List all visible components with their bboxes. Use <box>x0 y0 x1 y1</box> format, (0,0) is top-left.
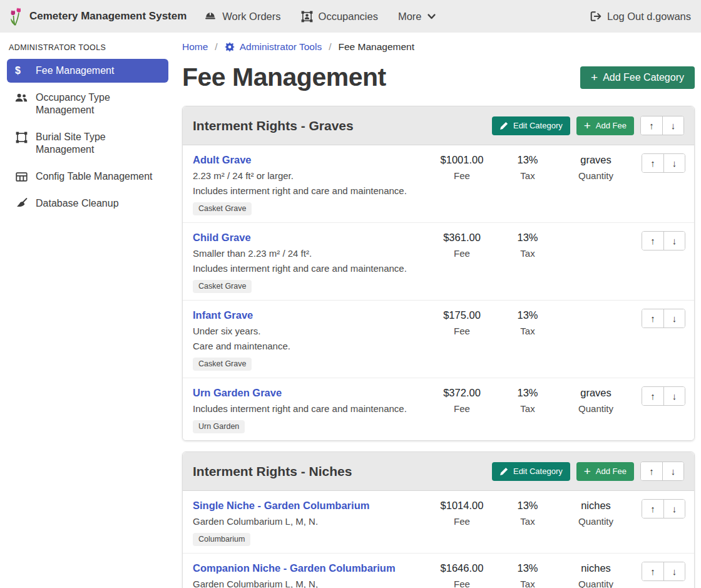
arrow-up-icon: ↑ <box>649 466 654 477</box>
arrow-down-icon: ↓ <box>671 120 676 131</box>
fee-amount-label: Fee <box>427 579 496 588</box>
fee-amount: $372.00 <box>427 386 496 400</box>
fee-name-link[interactable]: Companion Niche - Garden Columbarium <box>193 562 396 575</box>
nav-item-occupancies[interactable]: Occupancies <box>301 11 378 23</box>
fee-row: Companion Niche - Garden Columbarium Gar… <box>183 554 694 588</box>
sidebar-item-fee-management[interactable]: $Fee Management <box>7 59 168 83</box>
move-fee-down-button[interactable]: ↓ <box>663 309 685 328</box>
sidebar-item-config-table-management[interactable]: Config Table Management <box>7 165 168 188</box>
move-fee-down-button[interactable]: ↓ <box>663 387 685 405</box>
fee-amount: $361.00 <box>427 231 496 244</box>
add-fee-button[interactable]: + Add Fee <box>576 116 634 135</box>
move-fee-up-button[interactable]: ↑ <box>642 500 663 518</box>
fee-reorder-group: ↑ ↓ <box>642 499 685 518</box>
logout-button[interactable]: Log Out d.gowans <box>590 11 691 23</box>
sidebar-item-occupancy-type-management[interactable]: Occupancy Type Management <box>7 86 168 122</box>
quantity-value: graves <box>559 153 633 167</box>
fee-tags: Casket Grave <box>193 358 427 371</box>
fee-name-link[interactable]: Single Niche - Garden Columbarium <box>193 499 369 512</box>
fee-category-card: Interment Rights - Niches Edit Category … <box>182 451 695 588</box>
category-reorder-group: ↑ ↓ <box>640 462 684 481</box>
tulip-logo-icon <box>9 8 23 26</box>
breadcrumb-admin-tools-link[interactable]: Administrator Tools <box>225 41 322 53</box>
arrow-down-icon: ↓ <box>672 391 677 401</box>
fee-row: Infant Grave Under six years.Care and ma… <box>183 301 694 378</box>
add-fee-label: Add Fee <box>596 121 627 130</box>
pencil-icon <box>499 467 508 476</box>
fee-descriptions: Includes interment right and care and ma… <box>193 403 427 415</box>
fee-tag: Urn Garden <box>193 420 245 433</box>
fee-name-link[interactable]: Adult Grave <box>193 153 252 167</box>
nav-item-more[interactable]: More <box>398 11 436 23</box>
top-navbar: Cemetery Management System Work OrdersOc… <box>0 0 701 33</box>
tax-value: 13% <box>496 499 559 512</box>
fee-name-link[interactable]: Infant Grave <box>193 309 253 322</box>
fee-description: Includes interment right and care and ma… <box>193 403 427 415</box>
fee-name-link[interactable]: Child Grave <box>193 231 251 244</box>
edit-category-label: Edit Category <box>513 121 563 130</box>
breadcrumb-home-link[interactable]: Home <box>182 41 208 53</box>
add-fee-button[interactable]: + Add Fee <box>576 462 634 481</box>
gear-icon <box>225 42 235 52</box>
fee-descriptions: Smaller than 2.23 m² / 24 ft².Includes i… <box>193 248 427 274</box>
move-fee-up-button[interactable]: ↑ <box>642 154 663 172</box>
fee-row: Single Niche - Garden Columbarium Garden… <box>183 491 694 554</box>
arrow-up-icon: ↑ <box>650 235 655 246</box>
tax-label: Tax <box>496 403 559 414</box>
plus-icon: + <box>584 467 591 476</box>
plot-frame-icon <box>15 131 28 143</box>
move-fee-up-button[interactable]: ↑ <box>642 309 663 328</box>
fee-row: Adult Grave 2.23 m² / 24 ft² or larger.I… <box>183 145 694 223</box>
arrow-down-icon: ↓ <box>672 235 677 246</box>
move-fee-up-button[interactable]: ↑ <box>642 387 663 405</box>
fee-amount: $1646.00 <box>427 562 496 575</box>
edit-category-button[interactable]: Edit Category <box>492 462 570 481</box>
pencil-icon <box>499 121 508 130</box>
move-category-up-button[interactable]: ↑ <box>641 462 662 480</box>
fee-reorder-group: ↑ ↓ <box>642 153 685 173</box>
fee-amount-label: Fee <box>427 516 496 527</box>
move-category-up-button[interactable]: ↑ <box>641 116 662 135</box>
fee-amount-label: Fee <box>427 403 496 414</box>
move-fee-up-button[interactable]: ↑ <box>642 232 663 250</box>
edit-category-button[interactable]: Edit Category <box>492 116 570 135</box>
occupancy-icon <box>301 11 313 23</box>
sidebar-item-burial-site-type-management[interactable]: Burial Site Type Management <box>7 125 168 162</box>
move-category-down-button[interactable]: ↓ <box>662 116 683 135</box>
fee-tags: Casket Grave <box>193 202 427 215</box>
fee-reorder-group: ↑ ↓ <box>642 386 685 406</box>
add-fee-category-button[interactable]: + Add Fee Category <box>580 66 695 89</box>
fee-descriptions: Under six years.Care and maintenance. <box>193 326 427 352</box>
sidebar-item-database-cleanup[interactable]: Database Cleanup <box>7 192 168 215</box>
breadcrumb-admin-tools-label: Administrator Tools <box>240 41 322 53</box>
fee-reorder-group: ↑ ↓ <box>642 309 685 328</box>
nav-item-label: More <box>398 11 422 23</box>
fee-description: Garden Columbarium L, M, N. <box>193 516 427 527</box>
move-fee-down-button[interactable]: ↓ <box>663 232 685 250</box>
move-fee-up-button[interactable]: ↑ <box>642 562 663 580</box>
fee-description: Smaller than 2.23 m² / 24 ft². <box>193 248 427 259</box>
people-icon <box>15 91 28 104</box>
arrow-down-icon: ↓ <box>671 466 676 477</box>
arrow-up-icon: ↑ <box>650 158 655 168</box>
fee-descriptions: Garden Columbarium L, M, N, <box>193 579 427 588</box>
tax-value: 13% <box>496 231 559 244</box>
fee-name-link[interactable]: Urn Garden Grave <box>193 386 282 400</box>
sidebar: ADMINISTRATOR TOOLS $Fee ManagementOccup… <box>0 33 175 588</box>
move-fee-down-button[interactable]: ↓ <box>663 562 685 580</box>
arrow-up-icon: ↑ <box>650 313 655 324</box>
nav-item-work-orders[interactable]: Work Orders <box>204 11 280 23</box>
move-fee-down-button[interactable]: ↓ <box>663 154 685 172</box>
quantity-label: Quantity <box>559 170 633 181</box>
arrow-up-icon: ↑ <box>650 391 655 401</box>
fee-reorder-group: ↑ ↓ <box>642 562 685 581</box>
breadcrumb-current: Fee Management <box>339 41 415 53</box>
fee-row: Urn Garden Grave Includes interment righ… <box>183 378 694 440</box>
fee-amount-label: Fee <box>427 326 496 336</box>
fee-amount-label: Fee <box>427 248 496 259</box>
arrow-down-icon: ↓ <box>672 503 677 514</box>
arrow-up-icon: ↑ <box>650 566 655 577</box>
move-category-down-button[interactable]: ↓ <box>662 462 683 480</box>
move-fee-down-button[interactable]: ↓ <box>663 500 685 518</box>
plus-icon: + <box>591 73 598 82</box>
